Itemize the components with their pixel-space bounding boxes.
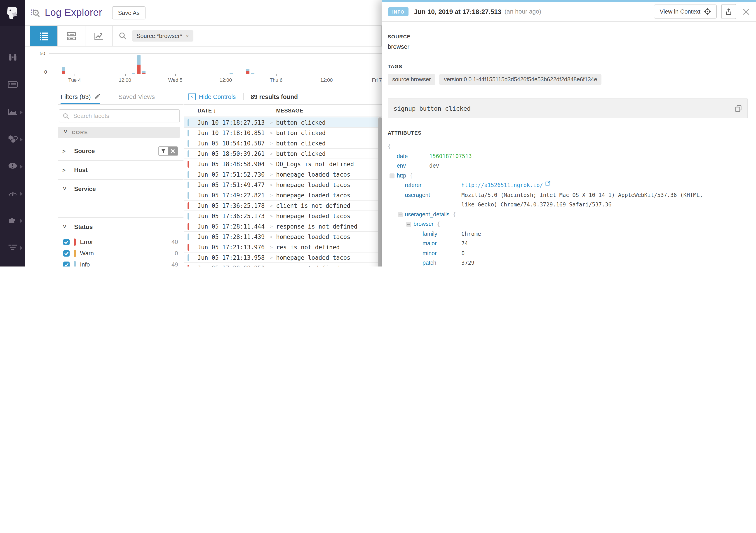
- tags-label: TAGS: [388, 64, 748, 69]
- checkbox-checked[interactable]: [63, 250, 69, 256]
- histogram-bar[interactable]: [229, 73, 232, 74]
- facet-group-core[interactable]: >CORE: [58, 127, 180, 138]
- log-row[interactable]: Jun 10 17:18:27.513 > button clicked: [184, 118, 382, 128]
- attr-key[interactable]: minor: [422, 249, 461, 258]
- checkbox-checked[interactable]: [63, 239, 69, 245]
- tag-chip[interactable]: source:browser: [388, 74, 435, 85]
- row-message: client is not defined: [276, 202, 350, 209]
- log-row[interactable]: Jun 05 18:54:10.587 > button clicked: [184, 138, 382, 148]
- status-value-info[interactable]: Info49: [58, 259, 183, 267]
- tab-filters[interactable]: Filters (63): [61, 89, 100, 104]
- pipelines-icon: [8, 244, 18, 253]
- log-row[interactable]: Jun 05 17:36:25.173 > homepage loaded ta…: [184, 211, 382, 221]
- row-date: Jun 05 17:51:49.477: [198, 181, 270, 188]
- checkbox-checked[interactable]: [63, 261, 69, 267]
- column-date[interactable]: DATE ↓: [198, 108, 270, 114]
- attr-key[interactable]: http: [397, 171, 406, 181]
- attr-key[interactable]: env: [397, 161, 429, 171]
- attr-value-referer[interactable]: http://a1526511.ngrok.io/: [461, 181, 543, 190]
- attr-key[interactable]: useragent_details: [405, 210, 449, 220]
- collapse-node-icon[interactable]: [390, 173, 394, 178]
- sidebar-item-apm[interactable]: [0, 180, 25, 207]
- log-row[interactable]: Jun 05 18:50:39.261 > button clicked: [184, 148, 382, 159]
- datadog-logo[interactable]: [0, 0, 25, 26]
- aggregate-view-button[interactable]: [57, 26, 85, 46]
- row-date: Jun 05 17:51:52.730: [198, 171, 270, 178]
- facet-host[interactable]: > Host: [58, 160, 183, 179]
- facet-source[interactable]: > Source: [58, 142, 183, 160]
- attr-key[interactable]: referer: [405, 181, 461, 190]
- log-row[interactable]: Jun 05 17:21:13.958 > homepage loaded ta…: [184, 253, 382, 263]
- attr-key[interactable]: browser: [414, 220, 434, 229]
- view-in-context-button[interactable]: View in Context: [654, 5, 717, 18]
- table-header: DATE ↓ MESSAGE: [184, 105, 382, 117]
- row-message: homepage loaded tacos: [276, 171, 350, 178]
- attr-key[interactable]: date: [397, 151, 429, 161]
- histogram-bar[interactable]: [142, 71, 145, 74]
- save-as-button[interactable]: Save As: [112, 6, 145, 19]
- search-bar[interactable]: Source:*browser* ×: [113, 26, 382, 46]
- copy-message-button[interactable]: [735, 105, 742, 112]
- log-row[interactable]: Jun 05 17:28:11.439 > homepage loaded ta…: [184, 232, 382, 242]
- edit-pencil-icon[interactable]: [94, 93, 100, 100]
- hide-controls-button[interactable]: < Hide Controls: [188, 93, 236, 100]
- attr-key[interactable]: useragent: [405, 190, 461, 200]
- sidebar-item-infrastructure[interactable]: [0, 126, 25, 153]
- graph-view-icon: [94, 31, 104, 40]
- sidebar-item-watchdog[interactable]: [0, 45, 25, 72]
- log-row[interactable]: Jun 05 17:20:08.250 > res is not defined: [184, 263, 382, 267]
- source-value: browser: [388, 43, 748, 50]
- log-row[interactable]: Jun 05 17:51:52.730 > homepage loaded ta…: [184, 170, 382, 180]
- facet-status[interactable]: > Status: [58, 217, 183, 236]
- log-row[interactable]: Jun 05 17:36:25.178 > client is not defi…: [184, 200, 382, 211]
- sidebar-item-metrics[interactable]: [0, 99, 25, 126]
- collapse-node-icon[interactable]: [406, 222, 411, 227]
- list-view-button[interactable]: [30, 26, 57, 46]
- sidebar-item-notebooks[interactable]: [0, 261, 25, 267]
- histogram-bar[interactable]: [251, 73, 254, 74]
- attr-key[interactable]: family: [422, 229, 461, 239]
- histogram-bar[interactable]: [246, 69, 249, 74]
- histogram-bar[interactable]: [62, 67, 65, 74]
- sidebar-item-monitors[interactable]: [0, 153, 25, 180]
- log-row[interactable]: Jun 05 17:28:11.444 > response is not de…: [184, 221, 382, 232]
- histogram-bar[interactable]: [132, 73, 135, 74]
- log-row[interactable]: Jun 05 18:48:58.904 > DD_Logs is not def…: [184, 159, 382, 170]
- facet-search: [59, 109, 180, 122]
- histogram-bar[interactable]: [137, 55, 140, 74]
- log-list: < Hide Controls 89 results found DATE ↓ …: [183, 89, 382, 267]
- sidebar-item-dashboards[interactable]: [0, 72, 25, 99]
- log-row[interactable]: Jun 10 17:18:10.851 > button clicked: [184, 128, 382, 138]
- facet-service[interactable]: > Service: [58, 179, 183, 198]
- attr-key[interactable]: major: [422, 239, 461, 249]
- status-value-error[interactable]: Error40: [58, 236, 183, 248]
- tab-saved-views[interactable]: Saved Views: [119, 89, 155, 104]
- status-value-warn[interactable]: Warn0: [58, 248, 183, 259]
- share-button[interactable]: [721, 4, 736, 19]
- binoculars-icon: [8, 53, 18, 64]
- facet-search-input[interactable]: [72, 112, 155, 120]
- tag-chip[interactable]: version:0.0.1-44f155115d3d5426f54e53b622…: [440, 74, 602, 85]
- close-panel-button[interactable]: [742, 8, 750, 15]
- list-scrollbar-thumb[interactable]: [378, 118, 382, 267]
- log-row[interactable]: Jun 05 17:49:22.821 > homepage loaded ta…: [184, 190, 382, 200]
- chip-remove-icon[interactable]: ×: [186, 33, 189, 39]
- timeseries-histogram[interactable]: 50 0 Tue 412:00Wed 512:00Thu 612:00Fri 7: [25, 46, 382, 85]
- json-node-browser: browser {: [388, 220, 748, 229]
- graph-view-button[interactable]: [85, 26, 113, 46]
- search-filter-chip[interactable]: Source:*browser* ×: [132, 30, 193, 41]
- facet-filter-button[interactable]: [159, 147, 168, 155]
- apm-icon: [8, 189, 18, 199]
- row-date: Jun 05 18:54:10.587: [198, 140, 270, 147]
- sidebar-item-integrations[interactable]: [0, 207, 25, 234]
- column-message[interactable]: MESSAGE: [276, 108, 303, 114]
- sidebar-item-pipelines[interactable]: [0, 234, 25, 261]
- status-info-pill: [74, 261, 76, 267]
- crosshair-icon: [704, 8, 711, 15]
- attr-key[interactable]: patch: [422, 258, 461, 267]
- facet-clear-button[interactable]: [168, 147, 177, 155]
- collapse-node-icon[interactable]: [398, 212, 403, 217]
- log-row[interactable]: Jun 05 17:21:13.976 > res is not defined: [184, 242, 382, 253]
- log-row[interactable]: Jun 05 17:51:49.477 > homepage loaded ta…: [184, 180, 382, 190]
- attr-value-useragent: Mozilla/5.0 (Macintosh; Intel Mac OS X 1…: [461, 190, 715, 210]
